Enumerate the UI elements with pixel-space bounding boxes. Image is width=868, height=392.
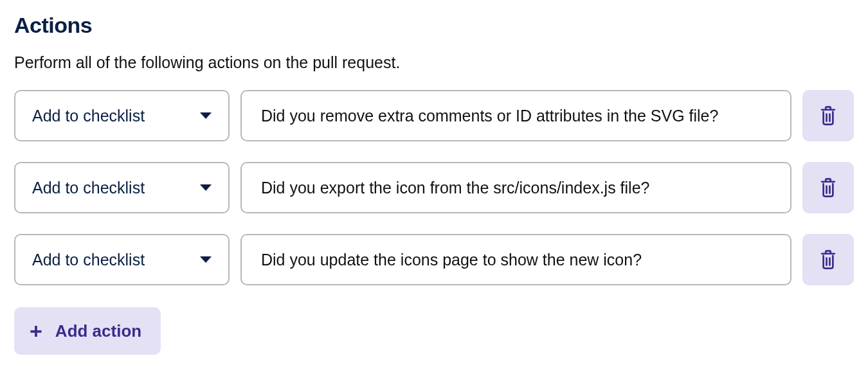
actions-list: Add to checklist Did you remove extra co… — [14, 90, 854, 285]
action-row: Add to checklist Did you update the icon… — [14, 234, 854, 285]
trash-icon — [818, 105, 838, 126]
action-text-input[interactable]: Did you export the icon from the src/ico… — [240, 162, 791, 213]
action-text-value: Did you remove extra comments or ID attr… — [261, 107, 718, 125]
delete-action-button[interactable] — [802, 90, 854, 141]
delete-action-button[interactable] — [802, 162, 854, 213]
action-text-value: Did you export the icon from the src/ico… — [261, 179, 649, 197]
section-title: Actions — [14, 13, 854, 38]
action-type-dropdown[interactable]: Add to checklist — [14, 162, 230, 213]
plus-icon: + — [30, 320, 42, 342]
caret-down-icon — [200, 256, 212, 263]
action-text-input[interactable]: Did you remove extra comments or ID attr… — [240, 90, 791, 141]
dropdown-label: Add to checklist — [32, 179, 145, 197]
trash-icon — [818, 177, 838, 198]
action-type-dropdown[interactable]: Add to checklist — [14, 90, 230, 141]
action-type-dropdown[interactable]: Add to checklist — [14, 234, 230, 285]
add-action-label: Add action — [55, 321, 141, 341]
action-text-input[interactable]: Did you update the icons page to show th… — [240, 234, 791, 285]
action-text-value: Did you update the icons page to show th… — [261, 251, 642, 269]
dropdown-label: Add to checklist — [32, 107, 145, 125]
dropdown-label: Add to checklist — [32, 251, 145, 269]
add-action-button[interactable]: + Add action — [14, 307, 161, 355]
section-subtitle: Perform all of the following actions on … — [14, 53, 854, 72]
trash-icon — [818, 249, 838, 270]
caret-down-icon — [200, 184, 212, 191]
action-row: Add to checklist Did you remove extra co… — [14, 90, 854, 141]
caret-down-icon — [200, 112, 212, 119]
delete-action-button[interactable] — [802, 234, 854, 285]
action-row: Add to checklist Did you export the icon… — [14, 162, 854, 213]
